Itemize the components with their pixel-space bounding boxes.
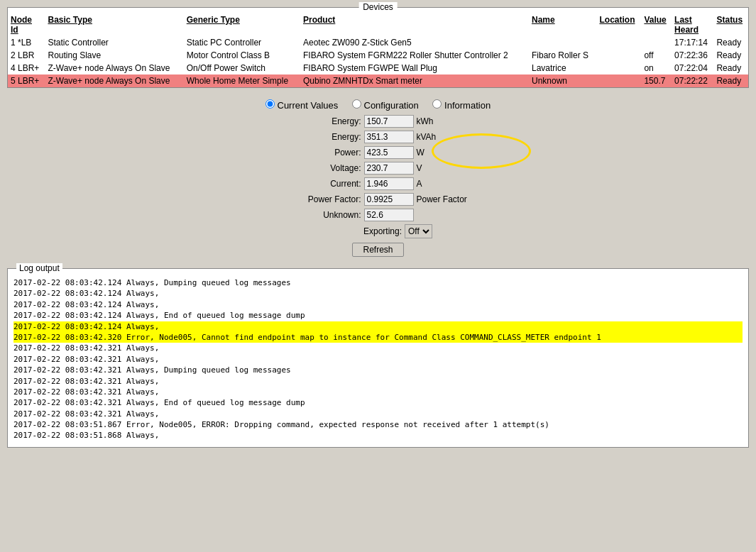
cell-2-2: On/Off Power Switch xyxy=(184,62,300,74)
cell-1-0: 2 LBR xyxy=(8,49,45,62)
cell-3-2: Whole Home Meter Simple xyxy=(184,74,300,87)
radio-configuration[interactable]: Configuration xyxy=(352,100,422,111)
form-input-6[interactable] xyxy=(364,209,414,221)
form-label-3: Voltage: xyxy=(283,163,361,173)
cell-0-0: 1 *LB xyxy=(8,36,45,49)
details-panel: Current Values Configuration Information… xyxy=(7,95,749,261)
radio-information-label: Information xyxy=(444,100,491,111)
cell-0-4 xyxy=(529,36,597,49)
form-input-1[interactable] xyxy=(364,131,414,143)
form-label-5: Power Factor: xyxy=(283,194,361,204)
log-line: 2017-02-22 08:03:42.321 Always, xyxy=(13,409,743,419)
refresh-button[interactable]: Refresh xyxy=(352,243,403,257)
cell-2-4: Lavatrice xyxy=(529,62,597,74)
log-content: 2017-02-22 08:03:42.124 Always, Dumping … xyxy=(13,277,743,441)
col-header-basic-type: Basic Type xyxy=(45,13,183,36)
cell-0-6 xyxy=(641,36,672,49)
radio-current-values[interactable]: Current Values xyxy=(265,100,341,111)
radio-information[interactable]: Information xyxy=(432,100,491,111)
cell-3-3: Qubino ZMNHTDx Smart meter xyxy=(300,74,529,87)
log-line: 2017-02-22 08:03:42.124 Always, xyxy=(13,288,743,299)
form-input-0[interactable] xyxy=(364,115,414,128)
cell-2-8: Ready xyxy=(713,62,748,74)
log-line: 2017-02-22 08:03:42.124 Always, End of q… xyxy=(13,310,743,321)
cell-3-7: 07:22:22 xyxy=(672,74,713,87)
log-line: 2017-02-22 08:03:42.320 Error, Node005, … xyxy=(13,332,743,343)
form-row-2: Power:W xyxy=(283,146,473,159)
log-line: 2017-02-22 08:03:42.124 Always, xyxy=(13,299,743,310)
table-row[interactable]: 5 LBR+Z-Wave+ node Always On SlaveWhole … xyxy=(8,74,748,87)
cell-1-5 xyxy=(596,49,641,62)
col-header-location: Location xyxy=(596,13,641,36)
col-header-name: Name xyxy=(529,13,597,36)
col-header-value: Value xyxy=(641,13,672,36)
cell-3-6: 150.7 xyxy=(641,74,672,87)
cell-3-1: Z-Wave+ node Always On Slave xyxy=(45,74,183,87)
form-unit-1: kVAh xyxy=(417,132,473,142)
log-line: 2017-02-22 08:03:42.321 Always, Dumping … xyxy=(13,365,743,375)
form-unit-0: kWh xyxy=(417,116,473,126)
form-label-0: Energy: xyxy=(283,116,361,126)
cell-0-7: 17:17:14 xyxy=(672,36,713,49)
form-label-2: Power: xyxy=(283,148,361,158)
form-unit-3: V xyxy=(417,163,473,173)
log-line: 2017-02-22 08:03:42.321 Always, xyxy=(13,387,743,397)
cell-1-2: Motor Control Class B xyxy=(184,49,300,62)
cell-2-6: on xyxy=(641,62,672,74)
form-unit-2: W xyxy=(417,148,473,158)
form-label-1: Energy: xyxy=(283,132,361,142)
cell-1-3: FIBARO System FGRM222 Roller Shutter Con… xyxy=(300,49,529,62)
log-line: 2017-02-22 08:03:51.867 Error, Node005, … xyxy=(13,419,743,430)
form-row-6: Unknown: xyxy=(283,209,473,221)
log-panel-title: Log output xyxy=(16,263,62,273)
cell-1-7: 07:22:36 xyxy=(672,49,713,62)
cell-0-8: Ready xyxy=(713,36,748,49)
table-row[interactable]: 4 LBR+Z-Wave+ node Always On SlaveOn/Off… xyxy=(8,62,748,74)
form-rows: Energy:kWhEnergy:kVAhPower:WVoltage:VCur… xyxy=(7,115,749,221)
cell-2-7: 07:22:04 xyxy=(672,62,713,74)
exporting-label: Exporting: xyxy=(324,226,402,236)
cell-3-0: 5 LBR+ xyxy=(8,74,45,87)
exporting-row: Exporting: Off On xyxy=(7,224,749,238)
table-row[interactable]: 1 *LBStatic ControllerStatic PC Controll… xyxy=(8,36,748,49)
col-header-last-heard: LastHeard xyxy=(672,13,713,36)
col-header-status: Status xyxy=(713,13,748,36)
cell-0-5 xyxy=(596,36,641,49)
table-row[interactable]: 2 LBRRouting SlaveMotor Control Class BF… xyxy=(8,49,748,62)
devices-panel: Devices NodeId Basic Type Generic Type P… xyxy=(7,7,749,88)
form-input-4[interactable] xyxy=(364,177,414,190)
col-header-generic-type: Generic Type xyxy=(184,13,300,36)
form-row-1: Energy:kVAh xyxy=(283,131,473,143)
form-row-0: Energy:kWh xyxy=(283,115,473,128)
cell-3-5 xyxy=(596,74,641,87)
cell-3-8: Ready xyxy=(713,74,748,87)
log-line: 2017-02-22 08:03:42.321 Always, End of q… xyxy=(13,397,743,408)
log-line: 2017-02-22 08:03:51.868 Always, xyxy=(13,430,743,441)
cell-1-8: Ready xyxy=(713,49,748,62)
cell-1-4: Fibaro Roller S xyxy=(529,49,597,62)
form-row-4: Current:A xyxy=(283,177,473,190)
form-unit-4: A xyxy=(417,179,473,189)
form-input-2[interactable] xyxy=(364,146,414,159)
cell-1-1: Routing Slave xyxy=(45,49,183,62)
devices-table: NodeId Basic Type Generic Type Product N… xyxy=(8,13,748,87)
form-input-3[interactable] xyxy=(364,162,414,175)
log-line: 2017-02-22 08:03:42.321 Always, xyxy=(13,343,743,353)
cell-1-6: off xyxy=(641,49,672,62)
table-header-row: NodeId Basic Type Generic Type Product N… xyxy=(8,13,748,36)
form-row-3: Voltage:V xyxy=(283,162,473,175)
cell-2-3: FIBARO System FGWPE Wall Plug xyxy=(300,62,529,74)
log-panel: Log output 2017-02-22 08:03:42.124 Alway… xyxy=(7,268,749,448)
form-label-6: Unknown: xyxy=(283,210,361,220)
cell-0-2: Static PC Controller xyxy=(184,36,300,49)
form-row-5: Power Factor:Power Factor xyxy=(283,193,473,206)
cell-0-3: Aeotec ZW090 Z-Stick Gen5 xyxy=(300,36,529,49)
log-line: 2017-02-22 08:03:42.321 Always, xyxy=(13,354,743,365)
cell-0-1: Static Controller xyxy=(45,36,183,49)
cell-2-5 xyxy=(596,62,641,74)
cell-3-4: Unknown xyxy=(529,74,597,87)
col-header-node-id: NodeId xyxy=(8,13,45,36)
exporting-select[interactable]: Off On xyxy=(405,224,432,238)
form-input-5[interactable] xyxy=(364,193,414,206)
radio-configuration-label: Configuration xyxy=(364,100,419,111)
